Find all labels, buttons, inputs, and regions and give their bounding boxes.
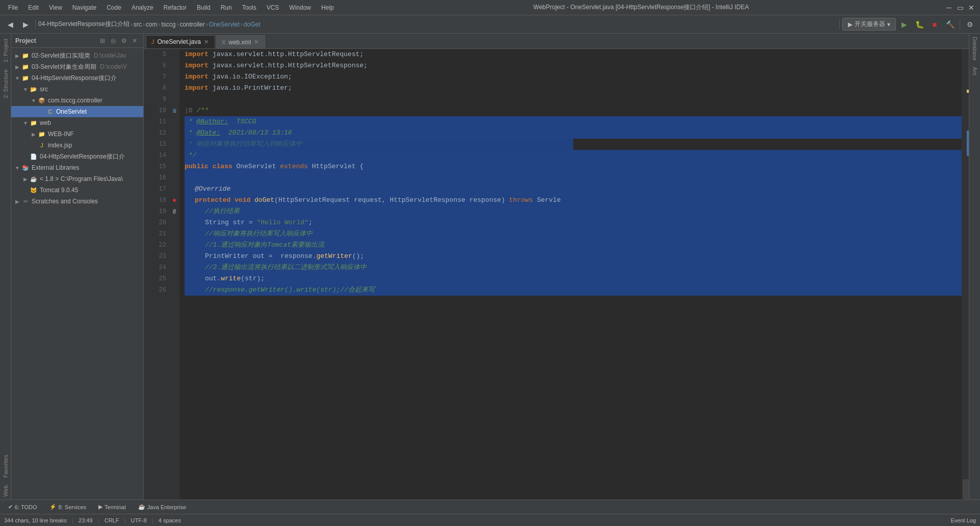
right-markers[interactable] <box>962 49 969 499</box>
maximize-button[interactable]: ▭ <box>956 3 965 12</box>
tree-item-04file[interactable]: 📄 04-HttpServletResponse接口介 <box>11 151 143 162</box>
debug-button[interactable]: 🐛 <box>912 17 926 32</box>
status-encoding[interactable]: UTF-8 <box>131 517 147 523</box>
tab-oneservlet[interactable]: J OneServlet.java ✕ <box>146 35 215 48</box>
bottom-tab-java-enterprise[interactable]: ☕ Java Enterprise <box>133 502 191 512</box>
back-button[interactable]: ◀ <box>3 17 17 32</box>
code-line-5: import javax.servlet.http.HttpServletReq… <box>185 49 962 60</box>
menu-analyze[interactable]: Analyze <box>127 3 158 12</box>
collapse-all-icon[interactable]: ⊞ <box>98 36 107 45</box>
menu-help[interactable]: Help <box>317 3 338 12</box>
menu-code[interactable]: Code <box>102 3 125 12</box>
bottom-tab-terminal[interactable]: ▶ Terminal <box>93 502 131 512</box>
breadcrumb-com[interactable]: com <box>146 21 158 28</box>
breadcrumb-class[interactable]: OneServlet <box>209 21 240 28</box>
tree-item-indexjsp[interactable]: J index.jsp <box>11 140 143 151</box>
status-position[interactable]: 23:49 <box>79 517 93 523</box>
tree-item-package[interactable]: ▼ 📦 com.tsccg.controller <box>11 95 143 106</box>
tree-item-02servlet[interactable]: ▶ 📁 02-Servlet接口实现类 D:\code\Jav <box>11 50 143 61</box>
menu-window[interactable]: Window <box>285 3 315 12</box>
tree-item-03servlet[interactable]: ▶ 📁 03-Servlet对象生命周期 D:\code\V <box>11 61 143 72</box>
menu-view[interactable]: View <box>45 3 66 12</box>
project-panel: Project ⊞ ◎ ⚙ ✕ ▶ 📁 02-Servlet接口实现类 D:\c… <box>11 34 144 499</box>
tab-close-icon[interactable]: ✕ <box>254 39 259 45</box>
strip-tab-project[interactable]: 1: Project <box>2 36 10 65</box>
line-numbers-col: 5 6 7 8 9 10 11 12 13 14 15 16 17 18 19 … <box>144 49 169 499</box>
strip-tab-database[interactable]: Database <box>971 34 979 64</box>
line-num-10: 10 <box>144 105 166 116</box>
menu-refactor[interactable]: Refactor <box>160 3 191 12</box>
gear-icon[interactable]: ⚙ <box>119 36 128 45</box>
strip-tab-favorites[interactable]: Favorites <box>2 452 10 481</box>
tree-item-web[interactable]: ▼ 📁 web <box>11 117 143 128</box>
server-toggle-button[interactable]: ▶ 开关服务器 ▾ <box>842 18 896 31</box>
jsp-icon: J <box>38 141 46 149</box>
tree-label: web <box>40 119 51 126</box>
run-button[interactable]: ▶ <box>897 17 911 32</box>
java-enterprise-label: Java Enterprise <box>147 504 186 510</box>
line-num-11: 11 <box>144 116 166 127</box>
folder-icon: 📁 <box>30 119 38 127</box>
tree-item-04http[interactable]: ▼ 📁 04-HttpServletResponse接口介 <box>11 72 143 84</box>
strip-tab-ant[interactable]: Ant <box>971 64 979 78</box>
code-content[interactable]: import javax.servlet.http.HttpServletReq… <box>179 49 962 499</box>
status-event-log[interactable]: Event Log <box>950 517 976 523</box>
menu-navigate[interactable]: Navigate <box>68 3 100 12</box>
build-button[interactable]: 🔨 <box>943 17 957 32</box>
code-line-11: * @Author: TSCCG <box>185 116 962 127</box>
minimize-button[interactable]: ─ <box>944 3 953 12</box>
bottom-tab-services[interactable]: ⚡ 8: Services <box>44 502 91 512</box>
editor-area: J OneServlet.java ✕ X web.xml ✕ 5 6 7 8 … <box>144 34 969 499</box>
menu-vcs[interactable]: VCS <box>263 3 283 12</box>
strip-tab-web[interactable]: Web <box>2 482 10 499</box>
breadcrumb-project[interactable]: 04-HttpServletResponse接口介绍 <box>38 20 130 29</box>
stop-button[interactable]: ■ <box>927 17 942 32</box>
scratches-icon: ✏ <box>21 197 30 205</box>
tree-item-oneservlet[interactable]: C OneServlet <box>11 106 143 117</box>
tree-expand-icon: ▼ <box>30 96 38 104</box>
terminal-icon: ▶ <box>98 504 102 510</box>
tree-label: 02-Servlet接口实现类 D:\code\Jav <box>32 51 126 60</box>
menu-tools[interactable]: Tools <box>238 3 261 12</box>
code-editor[interactable]: 5 6 7 8 9 10 11 12 13 14 15 16 17 18 19 … <box>144 49 969 499</box>
forward-button[interactable]: ▶ <box>18 17 33 32</box>
code-line-21: //响应对象将执行结果写入响应体中 <box>185 228 962 240</box>
project-tree: ▶ 📁 02-Servlet接口实现类 D:\code\Jav ▶ 📁 03-S… <box>11 48 143 499</box>
menu-build[interactable]: Build <box>193 3 215 12</box>
breadcrumb-tsccg[interactable]: tsccg <box>161 21 175 28</box>
line-num-18: 18 <box>144 195 166 206</box>
tree-item-scratches[interactable]: ▶ ✏ Scratches and Consoles <box>11 196 143 207</box>
locate-icon[interactable]: ◎ <box>109 36 118 45</box>
tab-close-icon[interactable]: ✕ <box>204 39 209 45</box>
code-line-16 <box>185 172 962 183</box>
tab-webxml[interactable]: X web.xml ✕ <box>216 35 265 48</box>
tree-label: 04-HttpServletResponse接口介 <box>32 74 117 83</box>
close-panel-icon[interactable]: ✕ <box>130 36 139 45</box>
bottom-tab-todo[interactable]: ✔ 6: TODO <box>3 502 42 512</box>
bottom-panel: ✔ 6: TODO ⚡ 8: Services ▶ Terminal ☕ Jav… <box>0 499 980 514</box>
close-button[interactable]: ✕ <box>967 3 976 12</box>
tree-item-tomcat[interactable]: 🐱 Tomcat 9.0.45 <box>11 185 143 196</box>
breadcrumb-src[interactable]: src <box>134 21 142 28</box>
tree-item-jdk[interactable]: ▶ ☕ < 1.8 > C:\Program Files\Java\ <box>11 173 143 185</box>
tree-item-external[interactable]: ▼ 📚 External Libraries <box>11 162 143 173</box>
settings-button[interactable]: ⚙ <box>963 17 977 32</box>
breadcrumb-method[interactable]: doGet <box>244 21 261 28</box>
menu-file[interactable]: File <box>4 3 22 12</box>
tree-item-webinf[interactable]: ▶ 📁 WEB-INF <box>11 128 143 140</box>
menu-run[interactable]: Run <box>217 3 236 12</box>
code-line-12: * @Date: 2021/08/13 13:16 <box>185 127 962 139</box>
tree-expand-icon: ▼ <box>13 164 21 172</box>
strip-tab-structure[interactable]: 2: Structure <box>2 66 10 101</box>
tree-label: com.tsccg.controller <box>48 97 102 104</box>
tree-item-src[interactable]: ▼ 📂 src <box>11 84 143 95</box>
panel-header: Project ⊞ ◎ ⚙ ✕ <box>11 34 143 48</box>
status-line-ending[interactable]: CRLF <box>105 517 119 523</box>
status-indent[interactable]: 4 spaces <box>159 517 181 523</box>
status-chars[interactable]: 344 chars, 10 line breaks <box>4 517 67 523</box>
line-num-17: 17 <box>144 183 166 195</box>
menu-edit[interactable]: Edit <box>24 3 43 12</box>
gutter-10[interactable]: ≣ <box>172 105 176 116</box>
gutter-18[interactable]: ● <box>172 195 176 206</box>
breadcrumb-controller[interactable]: controller <box>179 21 204 28</box>
